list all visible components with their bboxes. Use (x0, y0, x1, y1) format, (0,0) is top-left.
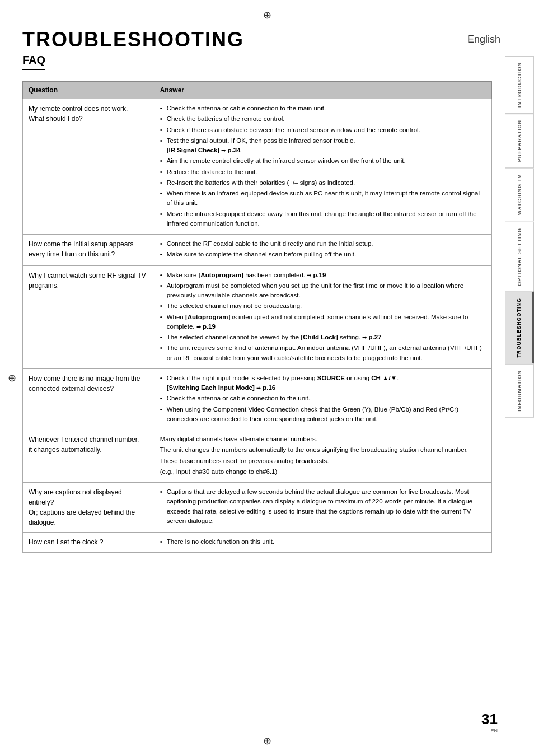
answer-cell: Check if the right input mode is selecte… (154, 368, 491, 430)
tab-watching-tv[interactable]: WATCHING TV (505, 168, 534, 221)
question-cell: How come there is no image from the conn… (23, 368, 154, 430)
tab-preparation[interactable]: PREPARATION (505, 114, 534, 168)
table-row: Whenever I entered channel number,it cha… (23, 430, 492, 483)
page-number: 31 (481, 711, 498, 728)
col-header-question: Question (23, 82, 154, 99)
table-row: How can I set the clock ? There is no cl… (23, 533, 492, 553)
answer-cell: Many digital channels have alternate cha… (154, 430, 491, 483)
faq-table: Question Answer My remote control does n… (22, 81, 492, 553)
bottom-crosshair: ⊕ (263, 735, 271, 747)
question-cell: How come the Initial setup appears every… (23, 235, 154, 266)
left-crosshair: ⊕ (8, 372, 16, 384)
table-row: My remote control does not work.What sho… (23, 99, 492, 235)
page-number-container: 31 EN (481, 711, 498, 734)
tab-information[interactable]: INFORMATION (505, 364, 534, 418)
top-crosshair: ⊕ (263, 9, 271, 21)
page-number-sub: EN (481, 728, 498, 734)
question-cell: How can I set the clock ? (23, 533, 154, 553)
table-row: Why I cannot watch some RF signal TV pro… (23, 265, 492, 368)
tab-troubleshooting[interactable]: TROUBLESHOOTING (505, 292, 534, 364)
col-header-answer: Answer (154, 82, 491, 99)
answer-cell: Check the antenna or cable connection to… (154, 99, 491, 235)
answer-cell: There is no clock function on this unit. (154, 533, 491, 553)
answer-cell: Captions that are delayed a few seconds … (154, 483, 491, 533)
question-cell: Why are captions not displayed entirely?… (23, 483, 154, 533)
language-label: English (467, 34, 500, 45)
page-title: TROUBLESHOOTING (22, 28, 492, 52)
page-subtitle: FAQ (22, 54, 45, 70)
main-content: TROUBLESHOOTING FAQ Question Answer My r… (22, 28, 492, 553)
tab-optional-setting[interactable]: OPTIONAL SETTING (505, 222, 534, 292)
section-tabs: INTRODUCTION PREPARATION WATCHING TV OPT… (505, 56, 534, 418)
table-row: How come there is no image from the conn… (23, 368, 492, 430)
answer-cell: Make sure [Autoprogram] has been complet… (154, 265, 491, 368)
question-cell: My remote control does not work.What sho… (23, 99, 154, 235)
question-cell: Whenever I entered channel number,it cha… (23, 430, 154, 483)
answer-cell: Connect the RF coaxial cable to the unit… (154, 235, 491, 266)
table-row: Why are captions not displayed entirely?… (23, 483, 492, 533)
tab-introduction[interactable]: INTRODUCTION (505, 56, 534, 114)
question-cell: Why I cannot watch some RF signal TV pro… (23, 265, 154, 368)
table-row: How come the Initial setup appears every… (23, 235, 492, 266)
